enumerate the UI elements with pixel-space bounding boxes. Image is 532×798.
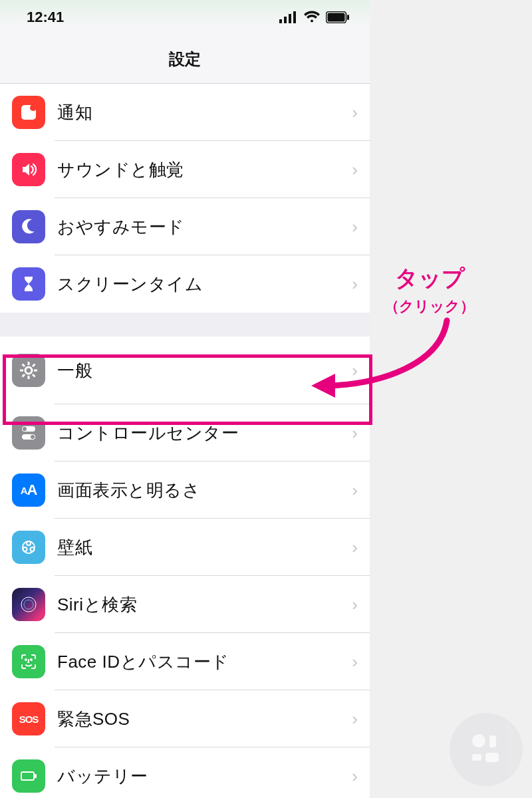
sos-icon: SOS (12, 702, 45, 735)
status-icons (279, 11, 350, 24)
row-label: 通知 (57, 101, 352, 124)
svg-rect-1 (284, 17, 287, 23)
row-notifications[interactable]: 通知 › (0, 84, 370, 141)
svg-rect-0 (279, 19, 282, 23)
chevron-right-icon: › (352, 652, 358, 672)
wallpaper-icon (12, 531, 45, 564)
row-label: コントロールセンター (57, 422, 352, 445)
svg-point-33 (472, 734, 485, 747)
status-bar: 12:41 (0, 0, 370, 35)
svg-rect-2 (289, 14, 291, 23)
chevron-right-icon: › (352, 274, 358, 295)
notification-icon (12, 96, 45, 129)
gear-icon (12, 354, 45, 387)
moon-icon (12, 210, 45, 243)
cellular-icon (279, 11, 298, 23)
svg-point-28 (25, 659, 27, 660)
annotation-arrow (307, 311, 473, 404)
text-size-icon: AA (12, 473, 45, 507)
svg-point-8 (30, 104, 37, 111)
svg-point-21 (31, 435, 35, 439)
switches-icon (12, 416, 45, 450)
status-time: 12:41 (27, 9, 64, 26)
svg-line-17 (23, 374, 25, 377)
siri-icon (12, 588, 45, 621)
svg-rect-35 (472, 754, 481, 761)
chevron-right-icon: › (352, 102, 358, 123)
row-label: 緊急SOS (57, 708, 352, 731)
row-dnd[interactable]: おやすみモード › (0, 198, 370, 255)
battery-icon (12, 759, 45, 793)
page-title: 設定 (169, 49, 201, 70)
chevron-right-icon: › (352, 160, 358, 180)
row-faceid[interactable]: Face IDとパスコード › (0, 633, 370, 690)
svg-point-25 (31, 547, 35, 551)
row-sos[interactable]: SOS 緊急SOS › (0, 690, 370, 747)
row-label: バッテリー (57, 765, 352, 788)
page-title-bar: 設定 (0, 35, 370, 84)
svg-rect-6 (347, 15, 349, 20)
row-controlcenter[interactable]: コントロールセンター › (0, 404, 370, 462)
svg-rect-30 (21, 772, 34, 780)
chevron-right-icon: › (352, 217, 358, 237)
svg-rect-3 (293, 11, 296, 23)
chevron-right-icon: › (352, 480, 358, 501)
chevron-right-icon: › (352, 595, 358, 615)
chevron-right-icon: › (352, 766, 358, 787)
svg-point-9 (25, 367, 32, 374)
svg-line-14 (23, 364, 25, 367)
svg-point-24 (23, 547, 27, 551)
row-siri[interactable]: Siriと検索 › (0, 576, 370, 633)
row-label: おやすみモード (57, 215, 352, 239)
row-wallpaper[interactable]: 壁紙 › (0, 519, 370, 576)
row-battery[interactable]: バッテリー › (0, 747, 370, 798)
settings-group-2: 一般 › コントロールセンター › AA 画面表示と明るさ › 壁紙 › (0, 336, 370, 798)
wifi-icon (303, 11, 321, 24)
hourglass-icon (12, 267, 45, 301)
row-label: Face IDとパスコード (57, 650, 352, 674)
row-label: Siriと検索 (57, 593, 352, 616)
svg-point-19 (23, 427, 27, 431)
svg-rect-31 (35, 774, 37, 778)
row-display[interactable]: AA 画面表示と明るさ › (0, 462, 370, 519)
row-label: サウンドと触覚 (57, 158, 352, 182)
chevron-right-icon: › (352, 423, 358, 444)
svg-line-16 (33, 364, 35, 367)
svg-point-26 (21, 597, 36, 612)
settings-group-1: 通知 › サウンドと触覚 › おやすみモード › スクリーンタイム › (0, 84, 370, 313)
annotation-main: タップ (395, 265, 465, 291)
svg-point-29 (31, 659, 32, 660)
svg-marker-32 (311, 374, 335, 398)
svg-rect-34 (489, 735, 496, 747)
svg-line-15 (33, 374, 35, 377)
svg-rect-5 (328, 13, 345, 22)
chevron-right-icon: › (352, 537, 358, 558)
chevron-right-icon: › (352, 709, 358, 730)
row-label: 壁紙 (57, 536, 352, 559)
battery-icon (326, 11, 350, 23)
svg-point-23 (27, 541, 31, 545)
row-label: スクリーンタイム (57, 273, 352, 296)
svg-point-27 (24, 600, 33, 609)
svg-rect-36 (485, 753, 499, 762)
watermark (450, 713, 523, 786)
row-label: 画面表示と明るさ (57, 479, 352, 502)
row-screentime[interactable]: スクリーンタイム › (0, 255, 370, 313)
annotation-tap: タップ （クリック） (384, 263, 475, 317)
sound-icon (12, 153, 45, 186)
face-id-icon (12, 645, 45, 678)
row-sounds[interactable]: サウンドと触覚 › (0, 141, 370, 198)
